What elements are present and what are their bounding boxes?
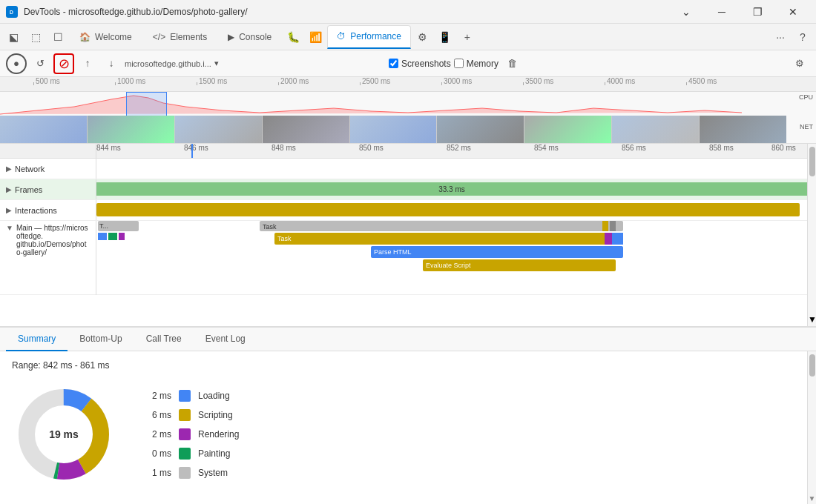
tick-844ms: 844 ms	[96, 144, 121, 152]
task-end-block	[602, 221, 608, 231]
reload-button[interactable]: ↺	[30, 53, 50, 74]
tick-3500ms: 3500 ms	[523, 77, 553, 85]
url-dropdown-arrow[interactable]: ▾	[214, 59, 219, 68]
tick-3000ms: 3000 ms	[441, 77, 472, 85]
cpu-label: CPU	[799, 93, 813, 101]
tick-2000ms: 2000 ms	[278, 77, 309, 85]
interactions-label[interactable]: ▶ Interactions	[0, 200, 96, 220]
scripting-label: Scripting	[198, 410, 233, 420]
overview-content: CPU NET	[0, 92, 816, 144]
svg-text:D: D	[10, 10, 13, 15]
painting-label: Painting	[198, 448, 230, 459]
tab-elements[interactable]: </> Elements	[143, 25, 217, 49]
memory-checkbox[interactable]	[454, 59, 464, 68]
frames-label[interactable]: ▶ Frames	[0, 179, 96, 199]
download-button[interactable]: ↓	[101, 53, 122, 74]
main-track: ▼ Main — https://microsoftedge.github.io…	[0, 221, 807, 295]
clear-button[interactable]: ⊘	[53, 53, 74, 74]
rendering-ms: 2 ms	[145, 429, 171, 440]
bottom-scroll-thumb[interactable]	[809, 354, 815, 377]
bug-icon[interactable]: 🐛	[283, 27, 303, 47]
tab-performance[interactable]: ⏱ Performance	[327, 25, 411, 49]
interactions-track: ▶ Interactions	[0, 200, 807, 221]
tick-860ms: 860 ms	[771, 144, 796, 152]
tab-call-tree-label: Call Tree	[146, 334, 182, 344]
tab-event-log[interactable]: Event Log	[194, 328, 257, 351]
tab-welcome-label: Welcome	[95, 32, 132, 42]
mousedown-end-blue	[612, 233, 623, 245]
legend-system: 1 ms System	[145, 467, 239, 479]
tab-event-log-label: Event Log	[205, 334, 246, 344]
help-icon[interactable]: ?	[792, 27, 813, 47]
evaluate-script: Evaluate Script	[423, 259, 616, 271]
painting-ms: 0 ms	[145, 448, 171, 459]
frames-content: 33.3 ms	[96, 179, 807, 199]
record-button[interactable]: ●	[6, 53, 27, 74]
screenshots-toggle[interactable]: Screenshots	[389, 59, 451, 69]
inspect-icon[interactable]: ☐	[47, 27, 68, 47]
legend-scripting: 6 ms Scripting	[145, 409, 239, 421]
screenshots-checkbox[interactable]	[389, 59, 398, 68]
main-label-text: Main — https://microsoftedge.github.io/D…	[16, 224, 90, 256]
scroll-down-btn[interactable]: ▼	[809, 494, 816, 504]
vscroll-thumb[interactable]	[809, 147, 815, 176]
frame-bar: 33.3 ms	[96, 182, 807, 196]
interactions-arrow: ▶	[6, 206, 12, 214]
minimize-button[interactable]: ─	[705, 0, 739, 24]
close-button[interactable]: ✕	[776, 0, 810, 24]
tick-854ms: 854 ms	[534, 144, 559, 152]
tab-elements-label: Elements	[170, 32, 207, 42]
task-label: Task	[260, 222, 280, 232]
chevron-down-btn[interactable]: ⌄	[669, 0, 703, 24]
home-icon: 🏠	[79, 32, 91, 42]
task-t: T...	[98, 221, 139, 231]
wifi-icon[interactable]: 📶	[305, 27, 326, 47]
legend-painting: 0 ms Painting	[145, 448, 239, 460]
restore-button[interactable]: ❐	[740, 0, 774, 24]
tab-call-tree[interactable]: Call Tree	[134, 328, 194, 351]
timeline-vscrollbar[interactable]: ▼	[807, 144, 816, 326]
dock-icon[interactable]: ⬕	[3, 27, 24, 47]
task-end-block2	[610, 221, 616, 231]
trash-button[interactable]: 🗑	[501, 53, 522, 74]
memory-toggle[interactable]: Memory	[454, 59, 499, 69]
system-label: System	[198, 468, 228, 478]
tab-summary[interactable]: Summary	[6, 328, 68, 351]
overview-ruler: 500 ms 1000 ms 1500 ms 2000 ms 2500 ms 3…	[0, 77, 816, 92]
tab-bottom-up[interactable]: Bottom-Up	[68, 328, 134, 351]
donut-label: 19 ms	[49, 428, 79, 440]
main-track-label[interactable]: ▼ Main — https://microsoftedge.github.io…	[0, 221, 96, 295]
settings-button[interactable]: ⚙	[789, 53, 810, 74]
rendering-swatch	[179, 428, 191, 440]
add-tab-button[interactable]: +	[457, 27, 478, 47]
bottom-content: Range: 842 ms - 861 ms	[0, 351, 816, 504]
screenshots-label: Screenshots	[401, 59, 451, 69]
bottom-vscrollbar[interactable]: ▼	[807, 351, 816, 504]
screenshot-thumb	[524, 116, 612, 144]
tab-performance-label: Performance	[350, 31, 401, 42]
screenshot-thumb	[612, 116, 700, 144]
tab-console[interactable]: ▶ Console	[218, 25, 281, 49]
tick-858ms: 858 ms	[709, 144, 734, 152]
event-mousedown: Task	[274, 233, 623, 245]
tick-4500ms: 4500 ms	[686, 77, 717, 85]
more-icon[interactable]: ···	[770, 27, 791, 47]
tick-1500ms: 1500 ms	[197, 77, 227, 85]
tab-welcome[interactable]: 🏠 Welcome	[70, 25, 142, 49]
screenshot-strip	[0, 116, 786, 144]
tick-2500ms: 2500 ms	[360, 77, 390, 85]
event-mousedown-label: Task	[274, 233, 295, 244]
screenshot-thumb	[437, 116, 524, 144]
gear-icon[interactable]: ⚙	[412, 27, 433, 47]
scroll-down-arrow[interactable]: ▼	[808, 313, 816, 326]
undock-icon[interactable]: ⬚	[25, 27, 46, 47]
network-label[interactable]: ▶ Network	[0, 159, 96, 179]
device-icon[interactable]: 📱	[435, 27, 455, 47]
task-main: Task	[260, 221, 623, 231]
upload-button[interactable]: ↑	[77, 53, 98, 74]
net-label: NET	[800, 123, 813, 130]
network-content	[96, 159, 807, 179]
loading-ms: 2 ms	[145, 391, 171, 401]
range-text: Range: 842 ms - 861 ms	[12, 360, 795, 371]
frame-bar-text: 33.3 ms	[438, 185, 465, 193]
